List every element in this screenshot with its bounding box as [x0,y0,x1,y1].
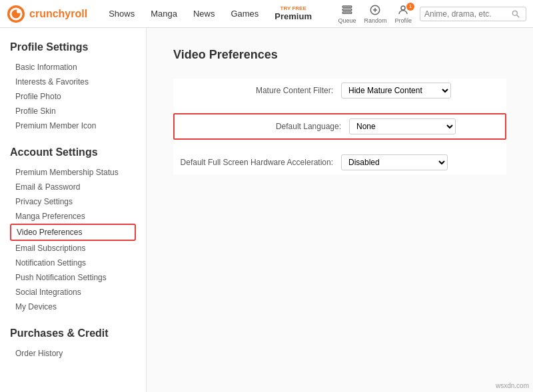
profile-badge: 1 [406,3,414,11]
svg-point-7 [401,6,405,10]
logo[interactable]: crunchyroll [7,5,87,23]
svg-rect-3 [342,6,352,7]
sidebar-link-profile-skin[interactable]: Profile Skin [10,104,136,118]
sidebar-link-manga-prefs[interactable]: Manga Preferences [10,209,136,224]
search-icon [511,9,520,19]
profile-icon-wrap[interactable]: 1 Profile [394,4,412,24]
sidebar-link-notif[interactable]: Notification Settings [10,256,136,270]
nav-games[interactable]: Games [223,0,266,28]
sidebar-link-basic-info[interactable]: Basic Information [10,60,136,75]
nav-manga[interactable]: Manga [143,0,185,28]
profile-label: Profile [394,17,412,24]
default-language-label: Default Language: [181,122,341,131]
svg-line-9 [517,15,520,17]
sidebar-link-email-password[interactable]: Email & Password [10,180,136,194]
mature-filter-row: Mature Content Filter: Hide Mature Conte… [173,79,506,102]
logo-text: crunchyroll [29,8,87,20]
settings-form: Mature Content Filter: Hide Mature Conte… [173,79,506,174]
premium-label: Premium [274,11,312,21]
watermark: wsxdn.com [496,382,529,389]
sidebar-link-order-history[interactable]: Order History [10,346,136,361]
random-icon-wrap[interactable]: Random [364,4,386,24]
mature-filter-label: Mature Content Filter: [173,86,333,95]
crunchyroll-logo-icon [7,5,25,23]
sidebar-link-devices[interactable]: My Devices [10,299,136,314]
sidebar-link-premium-icon[interactable]: Premium Member Icon [10,118,136,133]
nav-news[interactable]: News [185,0,223,28]
hw-accel-select[interactable]: Disabled Enabled [341,154,448,170]
account-settings-title: Account Settings [10,146,136,158]
header-right: Queue Random 1 Profile [338,4,526,24]
purchases-title: Purchases & Credit [10,327,136,339]
hw-accel-row: Default Full Screen Hardware Acceleratio… [173,150,506,174]
nav-shows[interactable]: Shows [101,0,143,28]
random-icon [369,4,381,16]
svg-point-2 [17,9,21,13]
sidebar-link-privacy[interactable]: Privacy Settings [10,194,136,209]
svg-rect-5 [342,12,352,13]
queue-icon-wrap[interactable]: Queue [338,4,356,24]
sidebar-link-push-notif[interactable]: Push Notification Settings [10,270,136,285]
main-nav: Shows Manga News Games TRY FREE Premium [101,0,320,28]
sidebar-link-membership[interactable]: Premium Membership Status [10,165,136,180]
default-language-select[interactable]: None English Spanish French German Portu… [349,118,456,134]
queue-label: Queue [338,17,356,24]
svg-point-8 [512,11,517,15]
profile-settings-title: Profile Settings [10,41,136,53]
header: crunchyroll Shows Manga News Games TRY F… [0,0,533,28]
layout: Profile Settings Basic Information Inter… [0,28,533,392]
sidebar: Profile Settings Basic Information Inter… [0,28,147,392]
search-input[interactable] [424,9,511,19]
random-label: Random [364,17,386,24]
sidebar-link-profile-photo[interactable]: Profile Photo [10,89,136,104]
queue-icon [341,4,353,16]
mature-filter-select[interactable]: Hide Mature Content Show Mature Content [341,83,451,98]
search-box[interactable] [420,7,526,21]
sidebar-link-interests[interactable]: Interests & Favorites [10,75,136,89]
svg-rect-4 [342,9,352,10]
hw-accel-label: Default Full Screen Hardware Acceleratio… [173,158,333,167]
sidebar-link-social[interactable]: Social Integrations [10,285,136,299]
try-free-label: TRY FREE [280,6,306,11]
sidebar-link-email-subs[interactable]: Email Subscriptions [10,241,136,256]
nav-premium[interactable]: TRY FREE Premium [266,0,320,28]
main-content: Video Preferences Mature Content Filter:… [147,28,533,392]
sidebar-link-video-prefs[interactable]: Video Preferences [10,224,136,241]
default-language-row: Default Language: None English Spanish F… [173,113,506,140]
page-title: Video Preferences [173,48,506,62]
